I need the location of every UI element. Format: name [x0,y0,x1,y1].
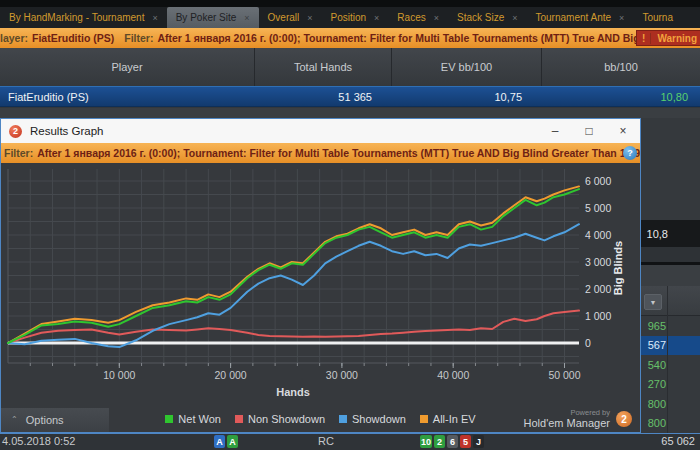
card-jack: J [473,435,484,448]
hm2-logo-icon: 2 [616,411,632,427]
y-tick-label: 5 000 [585,202,611,214]
series-line-non-showdown [8,311,579,343]
cell-ev-bb: 10,75 [392,91,542,103]
cell-total-hands: 51 365 [255,91,392,103]
report-tab-bar: By HandMarking - Tournament× By Poker Si… [0,7,700,28]
tab-close-icon[interactable]: × [307,13,312,23]
cell-player: FiatEruditio (PS) [0,91,255,103]
tab-tournament-ante[interactable]: Tournament Ante× [527,7,634,28]
legend-label: All-In EV [433,413,476,425]
legend-label: Showdown [352,413,406,425]
y-tick-label: 1 000 [585,310,611,322]
column-filter-button[interactable]: ▼ [644,294,662,310]
column-header-total-hands[interactable]: Total Hands [255,48,392,86]
maximize-button[interactable]: □ [572,119,606,143]
card-ace-diamonds: A [214,435,225,448]
tab-close-icon[interactable]: × [152,13,157,23]
legend-item-non-showdown: Non Showdown [235,413,325,425]
list-item-selected[interactable]: 567 [641,336,700,356]
status-hands-count: 65 062 [661,435,695,447]
tab-close-icon[interactable]: × [512,13,517,23]
chevron-up-icon: ⌃ [11,415,18,424]
dialog-title-bar[interactable]: 2 Results Graph – □ × [1,119,640,143]
tab-position[interactable]: Position× [322,7,389,28]
side-rows: 965 567 540 270 800 800 [641,316,700,433]
table-row[interactable]: FiatEruditio (PS) 51 365 10,75 10,80 [0,86,700,107]
close-button[interactable]: × [606,119,640,143]
legend-label: Net Won [178,413,221,425]
x-tick-label: 30 000 [326,369,358,381]
tab-close-icon[interactable]: × [244,13,249,23]
side-column-header: ▼ [641,286,700,316]
y-tick-label: 6 000 [585,175,611,187]
graph-panel: 10 00020 00030 00040 00050 00001 0002 00… [1,163,640,406]
tab-label: Position [331,12,367,23]
legend-swatch [165,415,173,423]
tab-label: By Poker Site [176,12,237,23]
tab-by-handmarking[interactable]: By HandMarking - Tournament× [0,7,167,28]
tab-races[interactable]: Races× [388,7,448,28]
legend-swatch [235,415,243,423]
legend-label: Non Showdown [248,413,325,425]
dialog-bottom-bar: ⌃ Options Net Won Non Showdown Showdown … [1,406,640,432]
tab-label: Races [397,12,425,23]
card-ace-clubs: A [227,435,238,448]
status-datetime: 4.05.2018 0:52 [2,435,75,447]
list-item[interactable]: 965 [641,316,700,336]
main-filter-bar: Player: FiatEruditio (PS) Filter: After … [0,28,700,48]
tab-close-icon[interactable]: × [374,13,379,23]
card-five: 5 [460,435,471,448]
column-header-bb[interactable]: bb/100 [542,48,700,86]
results-chart: 10 00020 00030 00040 00050 00001 0002 00… [1,163,640,406]
side-gap [641,247,700,262]
legend-swatch [339,415,347,423]
tab-close-icon[interactable]: × [434,13,439,23]
x-tick-label: 50 000 [548,369,580,381]
status-bar: 4.05.2018 0:52 A A RC 10 2 6 5 J 65 062 [0,433,700,450]
list-item[interactable]: 800 [641,414,700,434]
side-gap [641,265,700,286]
tab-overall[interactable]: Overall× [259,7,322,28]
hole-cards: A A [214,435,238,448]
list-item[interactable]: 800 [641,394,700,414]
board-cards: 10 2 6 5 J [420,435,484,448]
column-header-ev-bb[interactable]: EV bb/100 [392,48,542,86]
brand-label: Hold'em Manager [524,418,610,429]
warning-badge[interactable]: ! Warning [636,30,700,46]
side-ev-value: 10,8 [647,228,668,240]
player-label: Player: [0,32,28,44]
tab-label: Tourna [642,12,673,23]
tab-label: Overall [268,12,300,23]
filter-text: After 1 января 2016 г. (0:00); Tournamen… [157,32,700,44]
legend-item-showdown: Showdown [339,413,406,425]
side-column-separator [667,286,668,433]
info-icon[interactable]: ? [623,146,637,160]
minimize-button[interactable]: – [538,119,572,143]
tab-tournament[interactable]: Tourna [633,7,682,28]
tab-stack-size[interactable]: Stack Size× [448,7,527,28]
powered-by-block: Powered by Hold'em Manager 2 [524,409,640,430]
powered-by-label: Powered by [570,409,610,417]
warning-label: Warning [657,33,697,44]
tab-close-icon[interactable]: × [619,13,624,23]
y-tick-label: 0 [585,337,591,349]
options-button[interactable]: ⌃ Options [1,408,109,432]
card-ten: 10 [420,435,432,448]
tab-by-poker-site[interactable]: By Poker Site× [167,7,259,28]
y-tick-label: 2 000 [585,283,611,295]
options-label: Options [26,414,64,426]
column-header-player[interactable]: Player [0,48,255,86]
list-item[interactable]: 540 [641,355,700,375]
player-value: FiatEruditio (PS) [32,32,114,44]
dialog-title: Results Graph [30,125,104,137]
y-tick-label: 4 000 [585,229,611,241]
list-item[interactable]: 270 [641,375,700,395]
y-axis-title: Big Blinds [612,241,624,295]
window-top-strip [0,0,700,7]
x-tick-label: 20 000 [215,369,247,381]
table-filler [0,108,700,118]
results-table-header: Player Total Hands EV bb/100 bb/100 [0,48,700,87]
legend-item-net-won: Net Won [165,413,221,425]
results-graph-dialog: 2 Results Graph – □ × Filter: After 1 ян… [0,118,641,433]
card-six: 6 [447,435,458,448]
